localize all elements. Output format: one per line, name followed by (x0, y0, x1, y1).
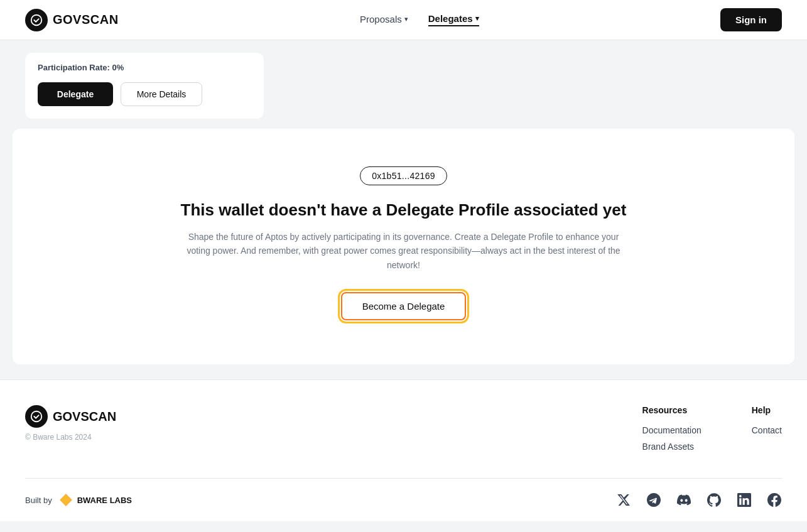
footer-logo-icon (25, 405, 48, 428)
built-by-label: Built by (25, 496, 52, 505)
wallet-card-title: This wallet doesn't have a Delegate Prof… (181, 200, 627, 220)
footer-copyright: © Bware Labs 2024 (25, 433, 116, 442)
discord-icon[interactable] (676, 492, 691, 508)
footer-logo-text: GOVSCAN (53, 410, 116, 424)
wallet-no-delegate-card: 0x1b51...42169 This wallet doesn't have … (13, 129, 794, 364)
linkedin-icon[interactable] (737, 492, 752, 508)
card-buttons: Delegate More Details (38, 82, 251, 106)
social-links (616, 492, 782, 508)
signin-button[interactable]: Sign in (720, 8, 782, 31)
svg-rect-1 (61, 496, 70, 505)
footer-link-brand-assets[interactable]: Brand Assets (642, 442, 701, 452)
logo-text: GOVSCAN (53, 13, 119, 27)
github-icon[interactable] (707, 492, 722, 508)
delegate-card-partial: Participation Rate: 0% Delegate More Det… (25, 53, 264, 119)
built-by-section: Built by BWARE LABS (25, 491, 132, 509)
footer-help-col: Help Contact (752, 405, 782, 458)
facebook-icon[interactable] (767, 492, 782, 508)
footer-resources-heading: Resources (642, 405, 701, 415)
footer-links: Resources Documentation Brand Assets Hel… (642, 405, 782, 458)
nav-links: Proposals ▾ Delegates ▾ (360, 13, 479, 26)
chevron-down-icon: ▾ (404, 15, 408, 23)
wallet-address-badge: 0x1b51...42169 (360, 166, 447, 185)
footer: GOVSCAN © Bware Labs 2024 Resources Docu… (0, 379, 807, 521)
logo-icon (25, 9, 48, 31)
footer-bottom: Built by BWARE LABS (25, 478, 782, 521)
footer-logo: GOVSCAN (25, 405, 116, 428)
navbar: GOVSCAN Proposals ▾ Delegates ▾ Sign in (0, 0, 807, 40)
delegate-button[interactable]: Delegate (38, 82, 113, 106)
nav-item-delegates[interactable]: Delegates ▾ (428, 13, 479, 26)
become-delegate-button[interactable]: Become a Delegate (341, 292, 467, 320)
nav-item-proposals[interactable]: Proposals ▾ (360, 14, 408, 26)
telegram-icon[interactable] (646, 492, 661, 508)
nav-logo[interactable]: GOVSCAN (25, 9, 119, 31)
wallet-card-description: Shape the future of Aptos by actively pa… (184, 230, 624, 272)
page-content: Participation Rate: 0% Delegate More Det… (0, 0, 807, 364)
chevron-down-icon: ▾ (475, 14, 479, 23)
footer-main: GOVSCAN © Bware Labs 2024 Resources Docu… (25, 405, 782, 478)
footer-link-contact[interactable]: Contact (752, 425, 782, 435)
x-twitter-icon[interactable] (616, 492, 631, 508)
footer-logo-section: GOVSCAN © Bware Labs 2024 (25, 405, 116, 442)
participation-rate: Participation Rate: 0% (38, 63, 251, 72)
more-details-button[interactable]: More Details (121, 82, 202, 106)
footer-resources-col: Resources Documentation Brand Assets (642, 405, 701, 458)
bware-icon (57, 491, 75, 509)
footer-link-documentation[interactable]: Documentation (642, 425, 701, 435)
footer-help-heading: Help (752, 405, 782, 415)
bware-labs-logo: BWARE LABS (57, 491, 132, 509)
